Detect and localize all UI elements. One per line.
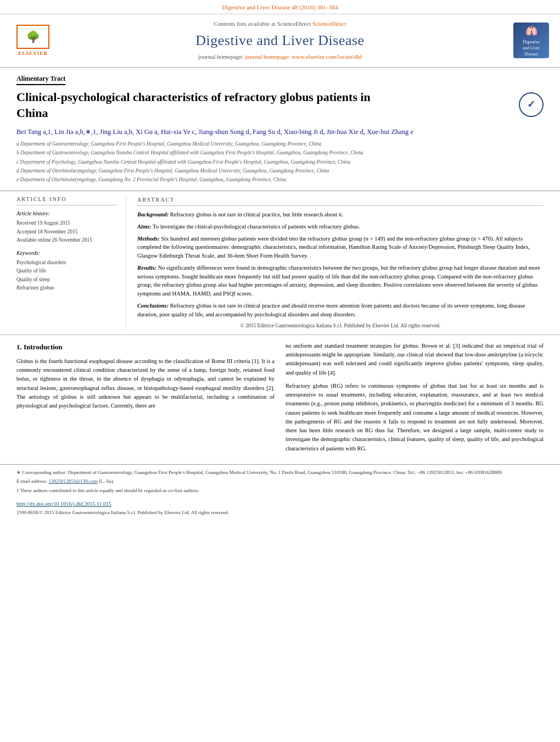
article-title: Clinical-psychological characteristics o… [16,90,371,121]
authors-line: Bei Tang a,1, Lin Jia a,b,∗,1, Jing Liu … [16,127,544,137]
elsevier-box: 🌳 [16,25,49,49]
journal-title: Digestive and Liver Disease [55,31,505,51]
doi-line: http://dx.doi.org/10.1016/j.dld.2015.11.… [0,498,560,509]
keyword-0: Psychological disorders [16,259,117,266]
body-section: 1. Introduction Globus is the fourth fun… [0,335,560,464]
title-row: Clinical-psychological characteristics o… [16,90,544,126]
article-info-abstract: ARTICLE INFO Article history: Received 1… [0,191,560,335]
keywords-section: Keywords: Psychological disorders Qualit… [16,249,117,292]
conclusions-label: Conclusions: [137,303,169,309]
corresponding-text: ∗ Corresponding author: Department of Ga… [16,470,502,475]
methods-label: Methods: [137,236,160,242]
sciencedirect-line: Contents lists available at ScienceDirec… [55,20,505,28]
keyword-2: Quality of sleep [16,276,117,283]
article-info-column: ARTICLE INFO Article history: Received 1… [16,196,126,330]
email-line: E-mail address: 13925012853@139.com (L. … [16,478,544,486]
methods-text: Six hundred and nineteen globus patients… [137,236,530,259]
intro-text-right2: Refractory globus (RG) refers to continu… [285,383,544,451]
abstract-conclusions: Conclusions: Refractory globus is not ra… [137,302,544,319]
section1-heading: 1. Introduction [16,342,275,353]
crossmark-badge[interactable]: ✓ [519,92,544,117]
issn-line: 1590-8658/© 2015 Editrice Gastroenterolo… [0,509,560,520]
logo-text-line1: Digestive [523,39,540,45]
conclusions-text: Refractory globus is not rare in clinica… [137,303,525,317]
results-label: Results: [137,265,156,271]
citation-text: Digestive and Liver Disease 48 (2016) 38… [222,4,338,10]
accepted-date: Accepted 18 November 2015 [16,228,117,236]
affil-a: a Department of Gastroenterology, Guangz… [16,140,544,148]
journal-logo: 🫁 Digestive and Liver Disease [505,23,549,58]
article-title-block: Clinical-psychological characteristics o… [16,90,371,126]
article-info-title: ARTICLE INFO [16,196,117,205]
keyword-3: Refractory globus [16,284,117,292]
email-label: E-mail address: [16,478,47,484]
journal-header: 🌳 ELSEVIER Contents lists available at S… [0,14,560,68]
footnotes: ∗ Corresponding author: Department of Ga… [0,464,560,499]
background-text: Refractory globus is not rare in clinica… [170,211,343,217]
body-left-column: 1. Introduction Globus is the fourth fun… [16,342,275,458]
header-center: Contents lists available at ScienceDirec… [55,20,505,61]
article-history: Article history: Received 19 August 2015… [16,210,117,244]
affil-d: d Department of Otorhinolaryngology, Gua… [16,167,544,175]
history-title: Article history: [16,210,117,217]
logo-icon: 🫁 [525,24,537,38]
logo-box: 🫁 Digestive and Liver Disease [513,23,549,58]
logo-text-line2: and Liver [523,45,540,51]
citation-bar: Digestive and Liver Disease 48 (2016) 38… [0,0,560,14]
intro-text-right1: no uniform and standard treatment strate… [285,343,544,376]
footnote1: 1 These authors contributed to this arti… [16,487,544,495]
background-label: Background: [137,211,169,217]
keywords-title: Keywords: [16,249,117,257]
affil-b: b Department of Gastroenterology, Guangz… [16,149,544,157]
corresponding-author: ∗ Corresponding author: Department of Ga… [16,469,544,477]
affil-c: c Department of Psychology, Guangzhou Na… [16,158,544,166]
received-date: Received 19 August 2015 [16,220,117,227]
abstract-results: Results: No significantly differences we… [137,264,544,298]
abstract-aims: Aims: To investigate the clinical-psycho… [137,222,544,231]
copyright-line: © 2015 Editrice Gastroenterologica Itali… [137,322,544,330]
crossmark-icon: ✓ [527,98,535,111]
intro-para-left: Globus is the fourth functional esophage… [16,357,275,411]
aims-label: Aims: [137,224,152,230]
elsevier-logo: 🌳 ELSEVIER [11,25,55,57]
body-right-column: no uniform and standard treatment strate… [285,342,544,458]
affiliations: a Department of Gastroenterology, Guangz… [16,140,544,184]
article-header: Alimentary Tract Clinical-psychological … [0,68,560,192]
email-link[interactable]: 13925012853@139.com [48,478,97,484]
logo-text-line3: Disease [524,51,538,57]
elsevier-label: ELSEVIER [18,50,48,57]
email-suffix: (L. Jia). [99,478,114,484]
abstract-column: ABSTRACT Background: Refractory globus i… [137,196,544,330]
affil-e: e Department of Otorhinolaryngology, Gua… [16,176,544,184]
intro-para-right1: no uniform and standard treatment strate… [285,342,544,377]
doi-link[interactable]: http://dx.doi.org/10.1016/j.dld.2015.11.… [16,501,111,507]
journal-homepage-link[interactable]: journal homepage: www.elsevier.com/locat… [245,53,362,60]
intro-text-left: Globus is the fourth functional esophage… [16,358,275,409]
aims-text: To investigate the clinical-psychologica… [153,224,360,230]
section-label: Alimentary Tract [16,74,65,86]
abstract-title: ABSTRACT [137,196,544,206]
journal-homepage-line: journal homepage: journal homepage: www.… [55,53,505,61]
keyword-1: Quality of life [16,267,117,275]
intro-para-right2: Refractory globus (RG) refers to continu… [285,382,544,453]
abstract-methods: Methods: Six hundred and nineteen globus… [137,235,544,260]
available-date: Available online 26 November 2015 [16,237,117,244]
results-text: No significantly differences were found … [137,265,540,297]
sciencedirect-link[interactable]: ScienceDirect [312,20,346,27]
abstract-background: Background: Refractory globus is not rar… [137,210,544,219]
elsevier-tree-icon: 🌳 [26,29,40,44]
